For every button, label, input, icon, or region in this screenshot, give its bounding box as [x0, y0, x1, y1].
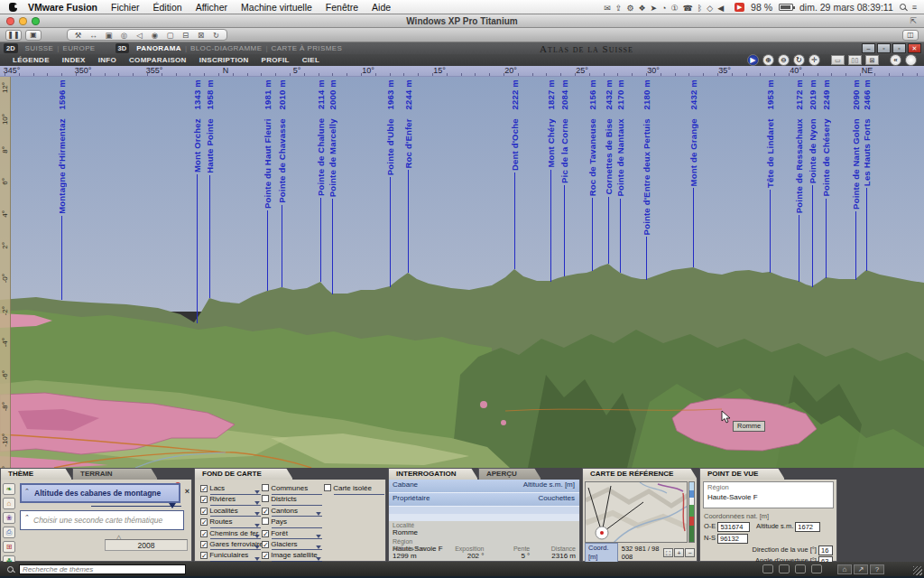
save-icon[interactable]: [795, 564, 806, 573]
mode-tab-europe[interactable]: EUROPE: [62, 44, 95, 52]
opacity-slider-gares-ferroviaires[interactable]: [210, 549, 261, 550]
zoom-out-button[interactable]: ⊖: [778, 54, 790, 66]
layer-cantons[interactable]: ✓ Cantons: [262, 507, 332, 517]
print-icon[interactable]: [762, 564, 773, 573]
checkbox-gares-ferroviaires[interactable]: ✓: [200, 541, 208, 548]
vegetation-icon[interactable]: ❧: [3, 483, 15, 495]
extra-view-button[interactable]: [905, 54, 917, 66]
spotlight-icon[interactable]: [900, 4, 906, 10]
calendar-icon[interactable]: ⎙: [3, 527, 15, 538]
menu-profil[interactable]: PROFIL: [262, 56, 290, 64]
map-zoom-in-button[interactable]: +: [674, 548, 684, 557]
theme-selected-combo[interactable]: ⌃ Altitude des cabanes de montagne ×: [20, 483, 180, 503]
tab-interrogation[interactable]: INTERROGATION: [388, 468, 478, 480]
direction-field[interactable]: 16: [818, 545, 833, 555]
opacity-slider-districts[interactable]: [272, 505, 322, 506]
mode-tab-suisse[interactable]: SUISSE: [25, 44, 54, 52]
layer-routes[interactable]: ✓ Routes: [200, 517, 271, 528]
volume-icon[interactable]: ◁: [132, 31, 147, 40]
opacity-slider-lacs[interactable]: [210, 494, 261, 495]
opacity-slider-communes[interactable]: [272, 494, 322, 495]
ns-field[interactable]: 96132: [717, 534, 748, 544]
mac-menu-fichier[interactable]: Fichier: [111, 2, 140, 13]
menu-info[interactable]: INFO: [98, 56, 116, 64]
tab-point-de-vue[interactable]: POINT DE VUE: [699, 468, 785, 480]
fullscreen-icon[interactable]: ⇱: [910, 16, 917, 25]
layout-off-button[interactable]: ⊠: [865, 55, 879, 65]
upload-icon[interactable]: ⇪: [615, 4, 623, 13]
opacity-slider-carte-isol-e[interactable]: [334, 494, 384, 495]
clock-icon[interactable]: ◔: [661, 4, 666, 13]
arrows-icon[interactable]: ↔: [86, 31, 101, 40]
layer-for-t[interactable]: ✓ Forêt: [262, 529, 332, 540]
altitude-field[interactable]: 1672: [795, 522, 820, 532]
checkbox-funiculaires[interactable]: ✓: [200, 552, 208, 559]
menubar-clock[interactable]: dim. 29 mars 08:39:11: [799, 2, 893, 13]
theme-search-input[interactable]: [19, 564, 186, 574]
opacity-slider-localit-s[interactable]: [210, 516, 261, 517]
info-icon[interactable]: ①: [671, 4, 679, 13]
mail-icon[interactable]: [811, 564, 822, 573]
layer-gares-ferroviaires[interactable]: ✓ Gares ferroviaires: [200, 540, 271, 551]
sidebar-toggle-button[interactable]: ◫: [902, 30, 919, 41]
layer-glaciers[interactable]: ✓ Glaciers: [262, 540, 332, 551]
checkbox-pays[interactable]: [262, 517, 269, 525]
checkbox-districts[interactable]: [262, 495, 269, 502]
layer-pays[interactable]: Pays: [262, 517, 332, 528]
tab-carte-reference[interactable]: CARTE DE RÉFÉRENCE: [582, 468, 698, 480]
layer-image-satellite[interactable]: ✓ Image satellite: [262, 551, 332, 562]
collapse-panels-button[interactable]: «: [890, 54, 901, 66]
send-icon[interactable]: ➤: [651, 4, 658, 13]
checkbox-cantons[interactable]: ✓: [262, 508, 269, 515]
menu-comparaison[interactable]: COMPARAISON: [129, 56, 187, 64]
layer-districts[interactable]: Districts: [262, 495, 332, 506]
checkbox-chemins-de-fer[interactable]: ✓: [200, 530, 208, 537]
remove-theme-button[interactable]: ×: [185, 487, 189, 496]
opacity-slider-pays[interactable]: [272, 527, 322, 528]
checkbox-lacs[interactable]: ✓: [200, 485, 208, 492]
layer-localit-s[interactable]: ✓ Localités: [200, 507, 271, 517]
opacity-slider-for-t[interactable]: [272, 538, 322, 539]
opacity-slider-cantons[interactable]: [272, 516, 322, 517]
shape-icon[interactable]: ◇: [707, 4, 713, 13]
checkbox-for-t[interactable]: ✓: [262, 530, 269, 537]
close-button[interactable]: ✕: [908, 43, 921, 53]
layer-lacs[interactable]: ✓ Lacs: [200, 484, 271, 495]
checkbox-rivi-res[interactable]: ✓: [200, 496, 208, 503]
checkbox-communes[interactable]: [262, 484, 269, 491]
layer-chemins-de-fer[interactable]: ✓ Chemins de fer: [200, 529, 271, 540]
layer-communes[interactable]: Communes: [262, 484, 332, 495]
move-button[interactable]: ✛: [808, 54, 820, 66]
checkbox-image-satellite[interactable]: ✓: [262, 552, 269, 559]
mode-tab-panorama[interactable]: PANORAMA: [136, 44, 181, 52]
mail-icon[interactable]: ✉: [604, 4, 611, 13]
mode-tab-bloc-diagramme[interactable]: BLOC-DIAGRAMME: [190, 44, 262, 52]
camera-icon[interactable]: ▢: [162, 31, 178, 40]
opacity-slider-chemins-de-fer[interactable]: [210, 538, 261, 539]
disc-icon[interactable]: ◉: [147, 31, 162, 40]
tab-apercu[interactable]: APERÇU: [478, 468, 541, 480]
mac-menu-aide[interactable]: Aide: [372, 2, 391, 13]
restore-button[interactable]: ▫: [877, 43, 891, 53]
tab-theme[interactable]: THÈME: [0, 468, 72, 480]
layer-rivi-res[interactable]: ✓ Rivières: [200, 495, 271, 506]
menu-index[interactable]: INDEX: [62, 56, 86, 64]
phone-icon[interactable]: ☎: [683, 4, 693, 13]
panorama-viewport[interactable]: 12°10°8°6°4°2°-0°-2°-4°-6°-8°-10°-12° Mo…: [0, 77, 924, 468]
opacity-slider-rivi-res[interactable]: [210, 505, 261, 506]
menu-l-gende[interactable]: LÉGENDE: [13, 56, 50, 64]
maximize-button[interactable]: ▫: [892, 43, 906, 53]
zoom-in-button[interactable]: ⊕: [762, 54, 774, 66]
lock-icon[interactable]: ⊠: [193, 31, 208, 40]
pause-button[interactable]: ❚❚: [5, 30, 22, 41]
volume-icon[interactable]: ◀: [717, 4, 724, 13]
reference-map[interactable]: [585, 481, 688, 543]
link-button[interactable]: ↗: [854, 564, 868, 574]
comment-icon[interactable]: [779, 564, 790, 573]
menu-inscription[interactable]: INSCRIPTION: [199, 56, 249, 64]
layer-carte-isol-e[interactable]: Carte isolée: [324, 484, 385, 495]
notification-center-icon[interactable]: ≡: [912, 3, 917, 12]
second-theme-combo[interactable]: ⌃ Choisir une seconde carte thématique: [20, 510, 184, 530]
minimize-button[interactable]: ‒: [862, 43, 875, 53]
tab-fond-de-carte[interactable]: FOND DE CARTE: [194, 468, 293, 480]
